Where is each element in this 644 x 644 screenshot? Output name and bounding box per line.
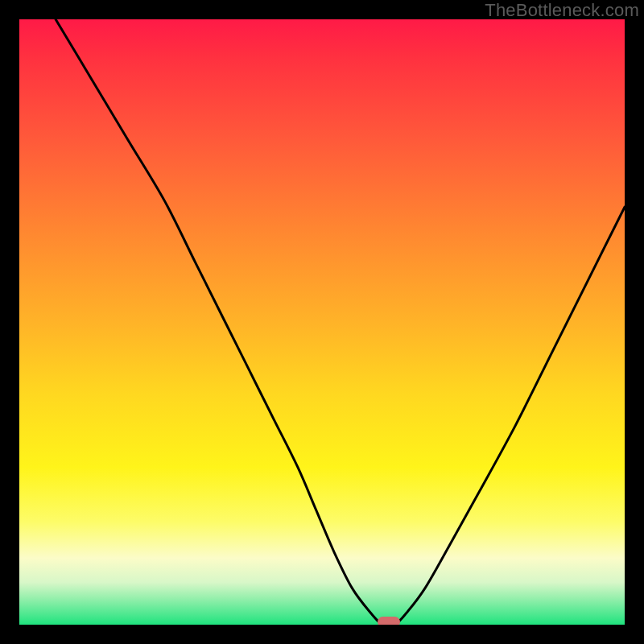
watermark-text: TheBottleneck.com: [485, 0, 639, 21]
plot-area: [19, 19, 625, 625]
bottleneck-curve: [19, 19, 625, 625]
curve-path: [56, 19, 625, 625]
optimal-point-marker: [378, 617, 400, 625]
chart-frame: TheBottleneck.com: [0, 0, 644, 644]
